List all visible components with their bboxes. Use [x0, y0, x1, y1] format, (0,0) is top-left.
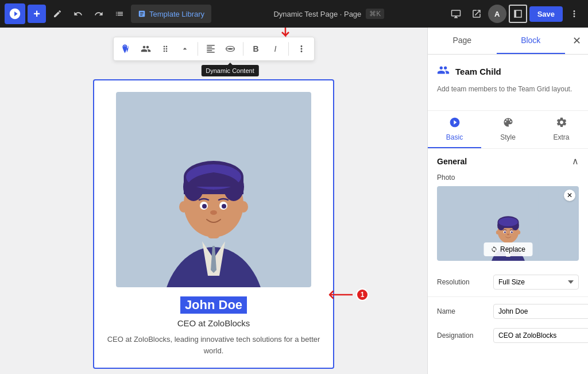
undo-button[interactable]	[69, 5, 87, 23]
svg-point-32	[498, 217, 518, 226]
sub-tab-basic[interactable]: Basic	[428, 111, 481, 148]
save-button[interactable]: Save	[529, 6, 563, 22]
sub-tab-basic-label: Basic	[446, 133, 463, 141]
photo-label: Photo	[437, 173, 579, 182]
move-up-down-button[interactable]	[176, 40, 194, 58]
svg-point-35	[504, 232, 505, 233]
sidebar-toggle-button[interactable]	[509, 5, 527, 23]
toolbar-separator-1	[198, 42, 198, 56]
astra-button[interactable]: A	[488, 5, 506, 23]
more-toolbar-options-button[interactable]	[292, 40, 311, 58]
dynamic-content-button[interactable]	[221, 40, 239, 58]
general-section-header: General ∧	[428, 148, 588, 173]
tab-block[interactable]: Block	[497, 28, 566, 54]
sub-tabs: Basic Style Extra	[428, 110, 588, 148]
editor-area: Dynamic Content B I 2	[0, 28, 427, 374]
name-input[interactable]	[493, 304, 588, 319]
svg-point-39	[517, 230, 520, 234]
extra-icon	[556, 117, 567, 131]
person-illustration	[127, 92, 300, 287]
general-toggle-button[interactable]: ∧	[572, 156, 579, 167]
annotation-2: 2	[279, 28, 292, 41]
main-layout: Dynamic Content B I 2	[0, 28, 588, 374]
preview-button[interactable]	[467, 5, 486, 23]
annotation-1: 1	[325, 288, 369, 301]
style-icon	[502, 117, 514, 131]
bold-button[interactable]: B	[247, 40, 265, 58]
block-icon-button[interactable]	[117, 40, 136, 58]
drag-handle-button[interactable]	[156, 40, 175, 58]
name-row-panel: Name	[428, 299, 588, 323]
template-library-button[interactable]: Template Library	[131, 5, 211, 23]
name-label: Name	[437, 307, 489, 315]
sub-tab-extra[interactable]: Extra	[535, 111, 588, 148]
page-title: Dynamic Test Page · Page	[273, 10, 361, 18]
svg-point-18	[222, 204, 226, 209]
resolution-row: Resolution Full Size Medium Thumbnail	[428, 270, 588, 294]
desktop-view-button[interactable]	[447, 5, 465, 23]
svg-point-21	[239, 201, 248, 213]
right-panel: Page Block ✕ Team Child Add team members…	[427, 28, 588, 374]
member-title: CEO at ZoloBlocks	[177, 318, 250, 328]
team-icon-button[interactable]	[137, 40, 155, 58]
replace-label: Replace	[500, 245, 525, 253]
keyboard-shortcut: ⌘K	[366, 9, 384, 19]
wp-logo	[5, 3, 25, 24]
block-wrapper: John Doe CEO at ZoloBlocks CEO at ZoloBl…	[93, 79, 334, 369]
redo-button[interactable]	[90, 5, 108, 23]
more-options-button[interactable]	[565, 5, 583, 23]
divider-1	[428, 296, 588, 297]
designation-input[interactable]	[493, 328, 588, 343]
team-child-desc: Add team members to the Team Grid layout…	[437, 84, 579, 94]
toolbar-separator-2	[243, 42, 243, 56]
tab-page[interactable]: Page	[428, 28, 497, 54]
panel-close-button[interactable]: ✕	[567, 32, 586, 50]
team-child-section: Team Child Add team members to the Team …	[428, 55, 588, 103]
svg-point-38	[496, 230, 499, 234]
designation-row: Designation	[428, 323, 588, 348]
team-child-header: Team Child	[437, 64, 579, 79]
topbar: + Template Library Dynamic Test Page · P…	[0, 0, 588, 28]
member-name[interactable]: John Doe	[180, 296, 247, 314]
team-child-icon	[437, 64, 450, 79]
resolution-select[interactable]: Full Size Medium Thumbnail	[493, 275, 579, 290]
member-bio: CEO at ZoloBlocks, leading innovative te…	[106, 334, 322, 356]
svg-point-20	[179, 201, 188, 213]
panel-tabs: Page Block ✕	[428, 28, 588, 55]
list-view-button[interactable]	[110, 5, 129, 23]
replace-photo-button[interactable]: Replace	[483, 242, 532, 256]
name-row: John Doe	[180, 296, 247, 316]
topbar-right: A Save	[447, 5, 583, 23]
svg-point-36	[510, 232, 512, 233]
photo-remove-button[interactable]: ✕	[564, 190, 575, 201]
photo-section: Photo	[428, 173, 588, 270]
general-title: General	[437, 157, 467, 166]
dynamic-content-tooltip: Dynamic Content	[201, 65, 258, 76]
team-child-title: Team Child	[455, 67, 501, 76]
svg-point-17	[202, 204, 207, 209]
team-child-block[interactable]: John Doe CEO at ZoloBlocks CEO at ZoloBl…	[93, 79, 334, 369]
page-title-area: Dynamic Test Page · Page ⌘K	[214, 9, 444, 19]
basic-icon	[449, 117, 461, 131]
designation-label: Designation	[437, 331, 489, 340]
team-photo	[116, 92, 311, 287]
svg-point-37	[506, 234, 509, 236]
italic-button[interactable]: I	[266, 40, 285, 58]
photo-preview: ✕ Replace	[437, 186, 579, 261]
tools-button[interactable]	[48, 5, 67, 23]
toolbar-separator-3	[288, 42, 289, 56]
add-block-button[interactable]: +	[28, 5, 46, 23]
resolution-label: Resolution	[437, 278, 489, 286]
dynamic-content-container: Dynamic Content	[221, 40, 239, 58]
sub-tab-extra-label: Extra	[553, 133, 569, 141]
align-button[interactable]	[202, 40, 220, 58]
svg-point-19	[210, 210, 217, 215]
sub-tab-style-label: Style	[500, 133, 516, 141]
sub-tab-style[interactable]: Style	[481, 111, 535, 148]
annotation-badge-1: 1	[356, 288, 369, 301]
